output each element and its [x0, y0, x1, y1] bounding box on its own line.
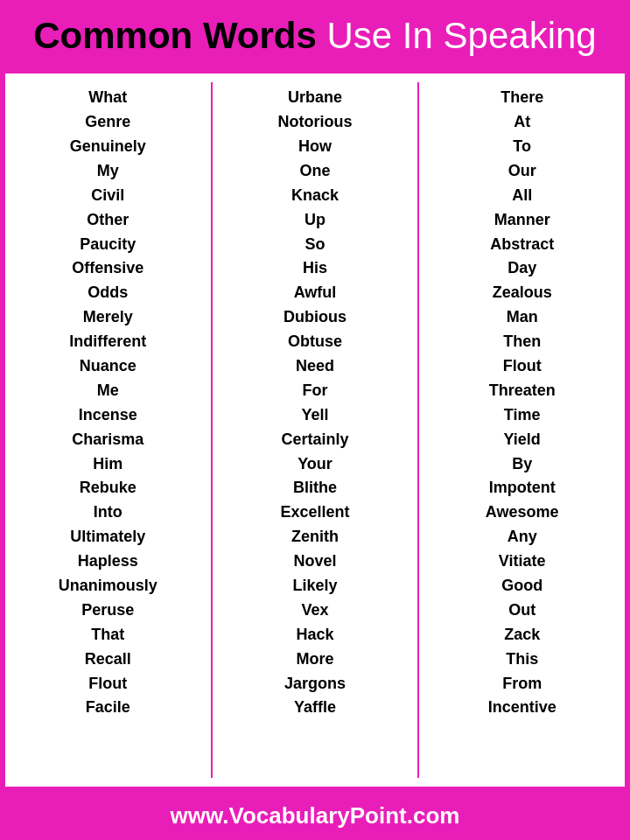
list-item: Rebuke — [80, 476, 136, 500]
list-item: This — [506, 648, 538, 672]
list-item: Me — [97, 379, 119, 403]
list-item: Awful — [294, 281, 337, 305]
list-item: Manner — [494, 208, 550, 233]
list-item: Zealous — [493, 281, 552, 305]
list-item: Charisma — [72, 428, 144, 452]
list-item: At — [514, 110, 530, 135]
list-item: Up — [304, 208, 326, 233]
list-item: Into — [94, 500, 122, 525]
list-item: My — [97, 159, 119, 184]
list-item: By — [512, 452, 532, 477]
list-item: Peruse — [81, 598, 134, 623]
list-item: Notorious — [278, 110, 353, 135]
header-bold: Common Words — [33, 15, 317, 56]
list-item: For — [303, 379, 328, 403]
header: Common Words Use In Speaking — [0, 0, 630, 68]
list-item: Hack — [296, 623, 333, 648]
list-item: Him — [93, 452, 122, 477]
list-item: Urbane — [288, 86, 342, 110]
list-item: Need — [296, 354, 334, 379]
column-1: WhatGenreGenuinelyMyCivilOtherPaucityOff… — [5, 82, 213, 778]
list-item: Indifferent — [69, 330, 146, 354]
list-item: Your — [298, 452, 332, 477]
list-item: Excellent — [280, 500, 349, 525]
list-item: His — [303, 256, 327, 281]
list-item: Recall — [85, 648, 131, 672]
list-item: Abstract — [490, 233, 554, 257]
list-item: Vitiate — [499, 550, 546, 574]
list-item: So — [305, 233, 326, 257]
list-item: All — [512, 184, 532, 208]
column-3: ThereAtToOurAllMannerAbstractDayZealousM… — [419, 82, 625, 778]
list-item: That — [91, 623, 124, 648]
list-item: Man — [507, 305, 538, 330]
list-item: Zack — [504, 623, 540, 648]
list-item: Genre — [85, 110, 130, 135]
list-item: Knack — [291, 184, 339, 208]
list-item: Likely — [292, 574, 337, 598]
list-item: Offensive — [72, 256, 144, 281]
list-item: Facile — [86, 696, 130, 720]
list-item: Incense — [79, 403, 137, 428]
list-item: Day — [508, 256, 536, 281]
list-item: Our — [508, 159, 536, 184]
list-item: Nuance — [80, 354, 136, 379]
list-item: Genuinely — [70, 135, 146, 159]
list-item: From — [502, 672, 542, 696]
list-item: Certainly — [281, 428, 348, 452]
list-item: There — [500, 86, 543, 110]
list-item: Merely — [83, 305, 133, 330]
list-item: Hapless — [78, 550, 138, 574]
list-item: Good — [501, 574, 542, 598]
footer-url: www.VocabularyPoint.com — [171, 802, 460, 829]
list-item: Jargons — [284, 672, 346, 696]
list-item: More — [297, 648, 334, 672]
list-item: What — [88, 86, 127, 110]
list-item: Impotent — [489, 476, 556, 500]
list-item: Yaffle — [294, 696, 336, 720]
list-item: Flout — [503, 354, 542, 379]
list-item: Civil — [91, 184, 124, 208]
list-item: Vex — [301, 598, 328, 623]
list-item: Awesome — [486, 500, 559, 525]
list-item: Dubious — [284, 305, 346, 330]
list-item: Ultimately — [70, 525, 145, 550]
list-item: Time — [504, 403, 541, 428]
list-item: Unanimously — [59, 574, 158, 598]
list-item: Yell — [301, 403, 328, 428]
list-item: Yield — [504, 428, 541, 452]
list-item: Flout — [88, 672, 127, 696]
list-item: Zenith — [291, 525, 339, 550]
list-item: One — [300, 159, 331, 184]
list-item: Other — [87, 208, 129, 233]
list-item: Any — [508, 525, 537, 550]
list-item: Odds — [88, 281, 128, 305]
header-light: Use In Speaking — [317, 15, 597, 56]
list-item: Then — [503, 330, 541, 354]
list-item: Incentive — [488, 696, 556, 720]
list-item: Novel — [293, 550, 336, 574]
footer: www.VocabularyPoint.com — [0, 792, 630, 840]
list-item: Out — [508, 598, 536, 623]
column-2: UrbaneNotoriousHowOneKnackUpSoHisAwfulDu… — [213, 82, 420, 778]
list-item: Obtuse — [288, 330, 342, 354]
content-area: WhatGenreGenuinelyMyCivilOtherPaucityOff… — [5, 74, 625, 787]
list-item: Paucity — [80, 233, 136, 257]
list-item: How — [298, 135, 332, 159]
list-item: Threaten — [489, 379, 556, 403]
list-item: To — [513, 135, 531, 159]
list-item: Blithe — [293, 476, 337, 500]
